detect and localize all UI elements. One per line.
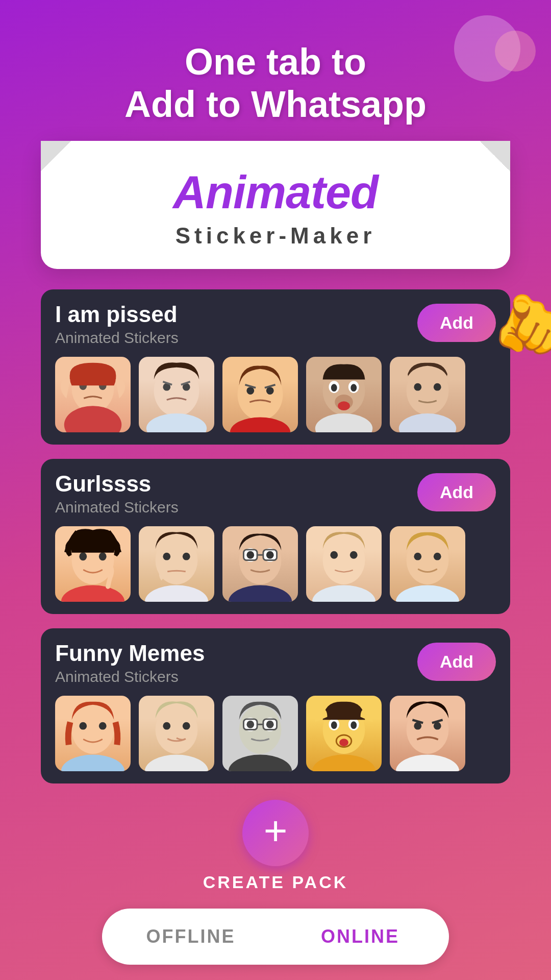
sticker-pack-3: Funny Memes Animated Stickers Add (41, 628, 510, 783)
svg-point-43 (246, 551, 254, 558)
sticker-thumb-2-2 (139, 526, 214, 602)
online-mode-button[interactable]: ONLINE (276, 913, 445, 961)
svg-point-37 (229, 585, 292, 602)
header-title: One tab to Add to Whatsapp (31, 41, 520, 126)
sticker-pack-2: Gurlssss Animated Stickers Add (41, 459, 510, 614)
svg-point-54 (61, 754, 124, 771)
face-svg-1-3 (222, 357, 298, 432)
svg-point-17 (315, 413, 372, 432)
pack-3-title: Funny Memes (55, 641, 205, 666)
svg-point-4 (154, 365, 199, 416)
svg-point-47 (330, 551, 338, 558)
sticker-thumb-2-1 (55, 526, 131, 602)
svg-point-71 (312, 754, 375, 771)
plus-icon: + (264, 811, 288, 851)
pack-3-title-group: Funny Memes Animated Stickers (55, 641, 205, 685)
face-svg-1-2 (139, 357, 214, 432)
svg-point-21 (350, 384, 357, 391)
svg-point-24 (407, 366, 449, 415)
face-svg-3-3 (222, 696, 298, 771)
svg-point-75 (350, 721, 357, 729)
svg-point-78 (407, 705, 449, 754)
svg-point-25 (399, 413, 456, 432)
sticker-thumb-3-1 (55, 696, 131, 771)
svg-point-12 (246, 387, 254, 395)
banner-animated-title: Animated (71, 166, 480, 219)
face-svg-2-3 (222, 526, 298, 602)
svg-point-29 (61, 585, 124, 602)
svg-point-79 (396, 754, 459, 771)
svg-point-1 (64, 406, 121, 432)
svg-point-68 (246, 720, 254, 728)
sticker-thumb-1-3 (222, 357, 298, 432)
pack-2-sticker-row (55, 526, 496, 602)
svg-point-44 (266, 551, 274, 558)
svg-point-56 (99, 722, 107, 729)
face-svg-3-4 (306, 696, 382, 771)
svg-point-27 (434, 383, 441, 390)
pack-2-header: Gurlssss Animated Stickers Add (55, 471, 496, 516)
svg-point-50 (396, 585, 459, 602)
pack-1-header: I am pissed Animated Stickers Add (55, 302, 496, 347)
sticker-pack-1: I am pissed Animated Stickers Add (41, 289, 510, 445)
face-svg-2-1 (55, 526, 131, 602)
face-svg-2-4 (306, 526, 382, 602)
svg-point-10 (238, 369, 283, 420)
svg-point-59 (163, 722, 170, 729)
pack-3-header: Funny Memes Animated Stickers Add (55, 641, 496, 685)
add-button-pack-3[interactable]: Add (417, 643, 496, 681)
pack-2-title: Gurlssss (55, 471, 179, 497)
pack-1-subtitle: Animated Stickers (55, 329, 179, 347)
offline-mode-button[interactable]: OFFLINE (106, 913, 276, 961)
add-button-pack-2[interactable]: Add (417, 473, 496, 511)
create-pack-button[interactable]: + CREATE PACK (203, 800, 348, 892)
svg-point-55 (79, 722, 87, 729)
svg-point-62 (229, 754, 292, 771)
header-line2: Add to Whatsapp (124, 84, 427, 125)
svg-point-26 (414, 383, 421, 390)
svg-point-46 (312, 585, 375, 602)
svg-point-20 (331, 384, 337, 391)
sticker-thumb-3-3 (222, 696, 298, 771)
svg-point-34 (163, 552, 170, 560)
banner-subtitle: Sticker-Maker (71, 223, 480, 249)
face-svg-3-1 (55, 696, 131, 771)
svg-point-13 (266, 387, 274, 395)
svg-point-51 (414, 552, 421, 560)
sticker-thumb-3-4 (306, 696, 382, 771)
svg-point-30 (79, 552, 87, 560)
svg-point-52 (434, 552, 441, 560)
face-svg-3-2 (139, 696, 214, 771)
sticker-thumb-2-5 (390, 526, 465, 602)
sticker-thumb-1-5 (390, 357, 465, 432)
mode-toggle-row: OFFLINE ONLINE (102, 909, 449, 965)
pack-3-sticker-row (55, 696, 496, 771)
header-section: One tab to Add to Whatsapp (0, 0, 551, 141)
pack-1-sticker-row (55, 357, 496, 432)
svg-point-35 (183, 552, 190, 560)
pack-2-title-group: Gurlssss Animated Stickers (55, 471, 179, 516)
sticker-thumb-3-2 (139, 696, 214, 771)
svg-point-31 (99, 552, 107, 560)
svg-point-33 (145, 585, 208, 602)
header-line1: One tab to (185, 41, 366, 82)
face-svg-2-5 (390, 526, 465, 602)
svg-point-49 (407, 536, 449, 584)
create-pack-label: CREATE PACK (203, 872, 348, 892)
svg-point-53 (72, 705, 114, 754)
svg-point-11 (230, 417, 290, 432)
banner-card: Animated Sticker-Maker (41, 141, 510, 269)
sticker-thumb-3-5 (390, 696, 465, 771)
svg-point-58 (145, 754, 208, 771)
svg-point-48 (350, 551, 358, 558)
face-svg-3-5 (390, 696, 465, 771)
sticker-thumb-1-1 (55, 357, 131, 432)
svg-point-23 (338, 401, 350, 410)
svg-point-77 (339, 739, 348, 746)
sticker-packs-container: I am pissed Animated Stickers Add (41, 289, 510, 783)
create-pack-circle: + (242, 800, 309, 866)
svg-point-60 (183, 722, 190, 729)
bottom-section: + CREATE PACK OFFLINE ONLINE (102, 800, 449, 965)
pack-3-subtitle: Animated Stickers (55, 668, 205, 685)
face-svg-2-2 (139, 526, 214, 602)
